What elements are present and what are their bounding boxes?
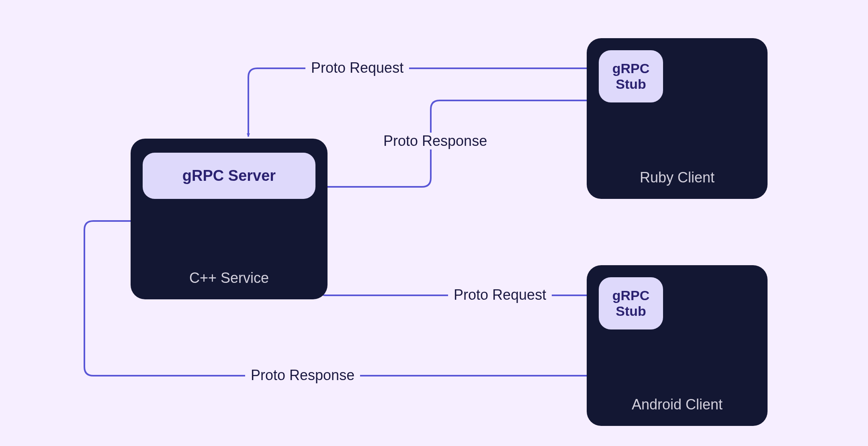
node-server: gRPC Server C++ Service <box>131 139 328 299</box>
pill-android-stub-label: gRPC Stub <box>612 288 650 319</box>
node-ruby-caption: Ruby Client <box>587 169 768 186</box>
node-ruby-client: gRPC Stub Ruby Client <box>587 38 768 199</box>
pill-ruby-stub-label: gRPC Stub <box>612 61 650 92</box>
label-ruby-request: Proto Request <box>305 59 409 76</box>
pill-ruby-stub: gRPC Stub <box>599 50 663 102</box>
node-android-client: gRPC Stub Android Client <box>587 265 768 426</box>
node-server-caption: C++ Service <box>131 270 328 286</box>
edge-android-request <box>299 216 593 295</box>
node-android-caption: Android Client <box>587 396 768 413</box>
pill-grpc-server-label: gRPC Server <box>182 167 276 185</box>
edge-ruby-request <box>248 68 593 137</box>
label-android-response: Proto Response <box>245 367 360 384</box>
pill-grpc-server: gRPC Server <box>143 153 315 199</box>
pill-android-stub: gRPC Stub <box>599 277 663 329</box>
diagram-canvas: gRPC Server C++ Service gRPC Stub Ruby C… <box>0 0 868 446</box>
label-android-request: Proto Request <box>448 286 552 303</box>
label-ruby-response: Proto Response <box>378 133 493 149</box>
